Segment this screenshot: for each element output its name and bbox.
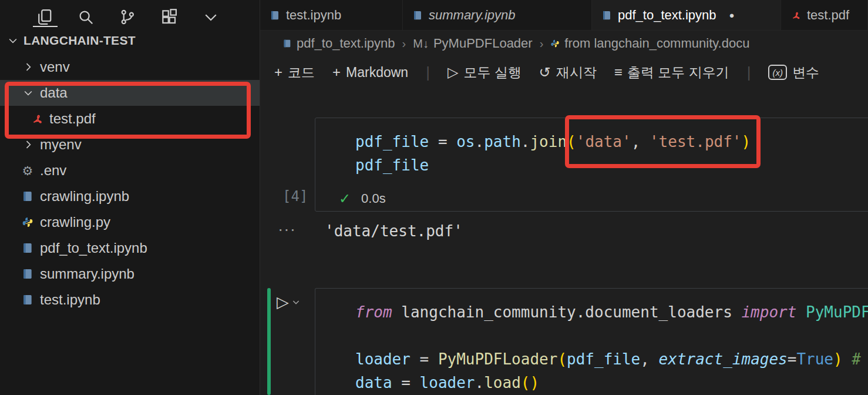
tab-test-ipynb[interactable]: test.ipynb <box>260 0 403 30</box>
plus-icon: + <box>274 65 282 79</box>
chevron-down-icon <box>22 87 34 99</box>
notebook-file-icon <box>21 293 34 306</box>
clear-outputs-button[interactable]: ≡ 출력 모두 지우기 <box>614 63 729 82</box>
tree-item-test-ipynb[interactable]: test.ipynb <box>0 287 260 313</box>
tree-item-label: summary.ipynb <box>40 266 134 282</box>
breadcrumb-file[interactable]: pdf_to_text.ipynb <box>282 36 395 51</box>
tree-item-pdf-to-text-ipynb[interactable]: pdf_to_text.ipynb <box>0 235 260 261</box>
notebook-file-icon <box>21 190 34 203</box>
breadcrumb-separator: › <box>402 37 406 51</box>
tab-pdf-to-text-ipynb[interactable]: pdf_to_text.ipynb ● <box>592 0 781 30</box>
tree-item-test-pdf[interactable]: test.pdf <box>0 106 260 132</box>
variables-button[interactable]: (x) 변수 <box>768 63 819 82</box>
pdf-file-icon <box>31 112 43 125</box>
tree-item-label: pdf_to_text.ipynb <box>40 240 147 256</box>
tree-item-label: test.pdf <box>49 111 96 127</box>
breadcrumb-section-label: PyMuPDFLoader <box>433 36 533 51</box>
add-code-cell-button[interactable]: + 코드 <box>274 63 315 82</box>
tab-label: pdf_to_text.ipynb <box>618 8 716 23</box>
markdown-cell-icon: M↓ <box>413 37 429 51</box>
explorer-sidebar: LANGCHAIN-TEST venv data test.pdf myenv … <box>0 0 260 395</box>
active-view-indicator <box>33 26 58 27</box>
breadcrumb-code-cell[interactable]: from langchain_community.docu <box>550 36 749 51</box>
chevron-down-icon <box>291 297 301 307</box>
chevron-right-icon <box>22 139 34 150</box>
run-cell-button[interactable]: ▷ <box>277 293 301 312</box>
file-tree: venv data test.pdf myenv ⚙ .env crawling… <box>0 54 260 313</box>
tab-label: test.pdf <box>807 8 849 23</box>
tree-item-summary-ipynb[interactable]: summary.ipynb <box>0 261 260 287</box>
run-all-icon: ▷ <box>448 65 458 79</box>
tree-item-label: data <box>40 85 68 101</box>
run-all-label: 모두 실행 <box>463 63 521 82</box>
cell-output: 'data/test.pdf' <box>325 222 463 240</box>
workspace-title: LANGCHAIN-TEST <box>23 34 136 48</box>
tree-item-data-folder[interactable]: data <box>0 80 260 106</box>
code-cell-1[interactable]: pdf_file = os.path.join('data', 'test.pd… <box>315 118 868 212</box>
notebook-toolbar: + 코드 + Markdown | ▷ 모두 실행 ↺ 재시작 ≡ 출력 모두 … <box>260 56 868 88</box>
variables-label: 변수 <box>792 63 819 82</box>
tree-item-label: myenv <box>40 136 82 153</box>
toolbar-divider: | <box>747 63 751 82</box>
python-file-icon <box>550 39 560 48</box>
clear-outputs-icon: ≡ <box>614 65 622 79</box>
notebook-file-icon <box>21 267 34 280</box>
output-menu-icon[interactable]: ··· <box>278 220 296 239</box>
pdf-file-icon <box>790 10 801 21</box>
tab-label: test.ipynb <box>286 8 341 23</box>
notebook-file-icon <box>270 10 280 21</box>
restart-kernel-button[interactable]: ↺ 재시작 <box>539 63 597 82</box>
tab-summary-ipynb[interactable]: summary.ipynb <box>403 0 592 30</box>
tab-test-pdf[interactable]: test.pdf <box>781 0 868 30</box>
unsaved-dot-icon[interactable]: ● <box>729 10 735 20</box>
execution-time: 0.0s <box>361 191 386 206</box>
code-cell-2[interactable]: from langchain_community.document_loader… <box>315 288 868 395</box>
restart-label: 재시작 <box>556 63 597 82</box>
notebook-file-icon <box>21 242 34 255</box>
tree-item-myenv[interactable]: myenv <box>0 132 260 158</box>
execution-count: [4] <box>282 188 308 205</box>
breadcrumb-separator: › <box>540 37 544 51</box>
tab-label: summary.ipynb <box>429 8 516 23</box>
breadcrumb: pdf_to_text.ipynb › M↓ PyMuPDFLoader › f… <box>260 31 868 56</box>
notebook-editor: pdf_file = os.path.join('data', 'test.pd… <box>260 88 868 395</box>
gear-icon: ⚙ <box>21 164 34 177</box>
tree-item-env[interactable]: ⚙ .env <box>0 158 260 183</box>
tree-item-label: crawling.py <box>40 214 110 230</box>
code-editor[interactable]: pdf_file = os.path.join('data', 'test.pd… <box>315 118 868 177</box>
sidebar-icon-bar <box>0 0 260 27</box>
clear-outputs-label: 출력 모두 지우기 <box>627 63 729 82</box>
run-cell-icon: ▷ <box>277 293 289 312</box>
breadcrumb-section[interactable]: M↓ PyMuPDFLoader <box>413 36 532 51</box>
chevron-right-icon <box>22 61 34 73</box>
workspace-header[interactable]: LANGCHAIN-TEST <box>0 27 260 54</box>
extensions-icon[interactable] <box>160 8 178 26</box>
breadcrumb-file-label: pdf_to_text.ipynb <box>297 36 395 51</box>
success-check-icon: ✓ <box>339 190 351 207</box>
restart-icon: ↺ <box>539 65 551 79</box>
add-code-label: 코드 <box>288 63 315 82</box>
code-editor[interactable]: from langchain_community.document_loader… <box>315 289 868 394</box>
tree-item-venv[interactable]: venv <box>0 54 260 80</box>
chevron-down-icon[interactable] <box>202 8 220 26</box>
tree-item-label: test.ipynb <box>40 292 100 308</box>
run-all-button[interactable]: ▷ 모두 실행 <box>448 63 522 82</box>
tree-item-label: crawling.ipynb <box>40 188 129 205</box>
tree-item-crawling-ipynb[interactable]: crawling.ipynb <box>0 183 260 209</box>
search-icon[interactable] <box>77 8 95 26</box>
python-file-icon <box>21 216 34 229</box>
cell-focus-bar <box>267 288 271 395</box>
explorer-copy-icon[interactable] <box>35 8 53 26</box>
add-markdown-cell-button[interactable]: + Markdown <box>332 65 408 81</box>
source-control-icon[interactable] <box>119 8 136 26</box>
plus-icon: + <box>332 65 341 79</box>
breadcrumb-code-label: from langchain_community.docu <box>564 36 749 51</box>
notebook-file-icon <box>282 39 292 48</box>
chevron-down-icon <box>7 35 19 46</box>
editor-tab-bar: test.ipynb summary.ipynb pdf_to_text.ipy… <box>260 0 868 31</box>
notebook-file-icon <box>412 10 423 21</box>
tree-item-crawling-py[interactable]: crawling.py <box>0 209 260 235</box>
cell-execution-status: ✓ 0.0s <box>339 190 386 207</box>
variables-icon: (x) <box>768 65 787 80</box>
add-markdown-label: Markdown <box>346 65 408 81</box>
